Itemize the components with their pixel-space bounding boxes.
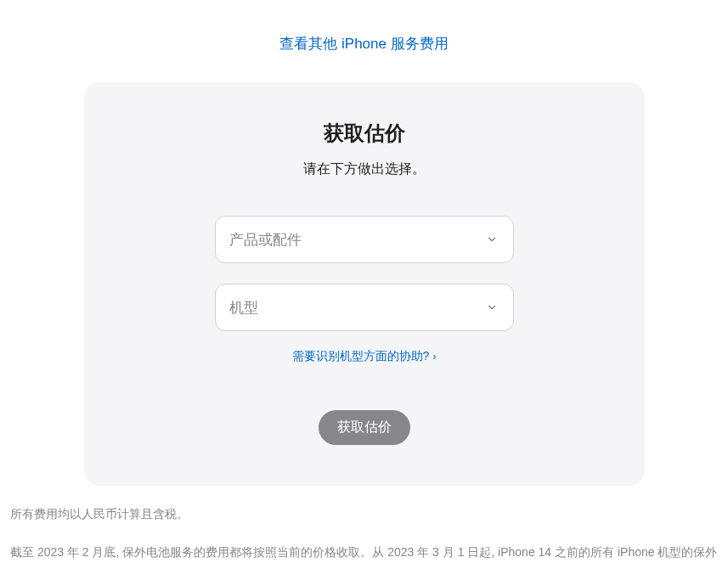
other-service-fees-link[interactable]: 查看其他 iPhone 服务费用 xyxy=(279,36,448,52)
product-select-placeholder: 产品或配件 xyxy=(229,230,302,250)
chevron-right-icon: › xyxy=(432,351,436,363)
footer-price-change-note: 截至 2023 年 2 月底, 保外电池服务的费用都将按照当前的价格收取。从 2… xyxy=(10,541,718,563)
identify-model-help-link[interactable]: 需要识别机型方面的协助? › xyxy=(292,349,437,364)
chevron-down-icon xyxy=(486,233,499,246)
model-select-wrapper: 机型 xyxy=(215,284,514,331)
model-select-placeholder: 机型 xyxy=(229,298,258,318)
chevron-down-icon xyxy=(486,301,499,314)
footer-disclaimer: 所有费用均以人民币计算且含税。 截至 2023 年 2 月底, 保外电池服务的费… xyxy=(0,486,728,563)
help-link-text: 需要识别机型方面的协助? xyxy=(292,349,430,364)
help-link-wrapper: 需要识别机型方面的协助? › xyxy=(118,348,611,364)
footer-price-change-text: 截至 2023 年 2 月底, 保外电池服务的费用都将按照当前的价格收取。从 2… xyxy=(10,545,717,563)
product-select[interactable]: 产品或配件 xyxy=(215,216,514,263)
get-estimate-button[interactable]: 获取估价 xyxy=(319,410,410,445)
card-subtitle: 请在下方做出选择。 xyxy=(118,160,611,178)
model-select[interactable]: 机型 xyxy=(215,284,514,331)
footer-tax-note: 所有费用均以人民币计算且含税。 xyxy=(10,503,718,526)
product-select-wrapper: 产品或配件 xyxy=(215,216,514,263)
page-container: 查看其他 iPhone 服务费用 获取估价 请在下方做出选择。 产品或配件 机型 xyxy=(0,0,728,563)
card-title: 获取估价 xyxy=(118,120,611,147)
top-link-wrapper: 查看其他 iPhone 服务费用 xyxy=(0,34,728,53)
estimate-card: 获取估价 请在下方做出选择。 产品或配件 机型 需要识别机型方面的协助? › xyxy=(84,82,645,486)
